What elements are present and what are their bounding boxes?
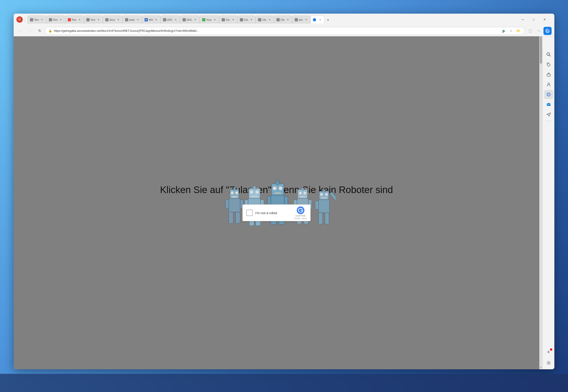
browser-tab[interactable]: DDC ×: [180, 15, 200, 24]
new-tab-button[interactable]: +: [325, 16, 332, 24]
tab-close-button[interactable]: ×: [59, 18, 63, 22]
svg-point-14: [250, 191, 253, 194]
svg-point-17: [253, 186, 256, 189]
copilot-button[interactable]: [543, 27, 552, 35]
sidebar-profile-button[interactable]: [544, 80, 553, 89]
main-area: Klicken Sie auf "Zulassen", wenn Sie kei…: [14, 36, 554, 369]
svg-point-36: [299, 192, 302, 195]
tab-close-button[interactable]: ×: [78, 18, 81, 22]
captcha-area: I'm not a robot reCAPTCHA Privacy -: [242, 204, 311, 221]
tab-label: Clic: [244, 18, 248, 21]
tab-favicon: [240, 18, 243, 21]
profile-avatar[interactable]: U: [16, 16, 23, 23]
terms-link[interactable]: Terms: [302, 217, 307, 219]
tab-favicon: [105, 18, 108, 21]
tab-favicon: [86, 18, 90, 21]
svg-rect-51: [329, 192, 336, 201]
tab-close-button[interactable]: ×: [136, 18, 140, 22]
browser-tab[interactable]: W WO ×: [142, 15, 161, 24]
tab-label: Secu: [109, 18, 115, 21]
lock-icon: 🔒: [48, 29, 52, 32]
browser-tab[interactable]: Tem ×: [84, 15, 103, 24]
forward-button[interactable]: →: [26, 27, 34, 35]
tab-close-button[interactable]: ×: [154, 18, 158, 22]
divider: [25, 17, 25, 22]
sidebar-outlook-button[interactable]: [544, 100, 553, 109]
sidebar-settings-button[interactable]: [544, 358, 553, 367]
tab-close-button[interactable]: ×: [318, 18, 322, 22]
recaptcha-logo-area: reCAPTCHA Privacy - Terms: [294, 206, 307, 219]
svg-rect-10: [229, 212, 233, 224]
read-aloud-button[interactable]: 🔊: [500, 28, 507, 34]
scroll-down-button[interactable]: ▼: [539, 366, 542, 369]
copilot-icon: [545, 29, 550, 33]
svg-rect-5: [232, 196, 237, 197]
recaptcha-widget[interactable]: I'm not a robot reCAPTCHA Privacy -: [242, 204, 311, 221]
briefcase-icon: [546, 72, 551, 77]
address-bar[interactable]: 🔒 https://getregatta.azurewebsites.net/9…: [45, 27, 525, 35]
privacy-link[interactable]: Privacy: [294, 217, 300, 219]
window-controls: — □ ✕: [518, 16, 550, 23]
svg-rect-53: [325, 213, 329, 224]
browser-tab[interactable]: Clic ×: [219, 15, 237, 24]
split-view-button[interactable]: ⬚: [526, 27, 534, 35]
browser-tab[interactable]: Tem ×: [46, 15, 65, 24]
sidebar-copilot-button[interactable]: [544, 90, 553, 99]
nav-actions: ⬚ ⋯: [526, 27, 552, 35]
tab-close-button[interactable]: ×: [231, 18, 235, 22]
maximize-button[interactable]: □: [528, 16, 539, 23]
svg-point-47: [325, 193, 328, 196]
sidebar-telegram-button[interactable]: [544, 110, 553, 119]
svg-point-3: [231, 192, 234, 194]
svg-rect-26: [274, 192, 281, 194]
browser-tab[interactable]: Clic ×: [255, 15, 274, 24]
recaptcha-checkbox[interactable]: [246, 210, 253, 216]
tab-label: dex: [299, 18, 303, 21]
tab-close-button[interactable]: ×: [304, 18, 308, 22]
svg-point-49: [323, 189, 325, 192]
browser-tab[interactable]: Clic ×: [237, 15, 255, 24]
browser-tab[interactable]: DDC ×: [161, 15, 180, 24]
back-button[interactable]: ←: [16, 27, 25, 35]
svg-rect-7: [234, 187, 235, 189]
tab-close-button[interactable]: ×: [213, 18, 217, 22]
scrollbar[interactable]: ▼: [539, 36, 542, 369]
minimize-button[interactable]: —: [518, 16, 528, 23]
svg-rect-13: [249, 188, 260, 198]
collections-button[interactable]: 📁: [515, 28, 521, 34]
browser-tab[interactable]: www ×: [122, 15, 142, 24]
refresh-button[interactable]: ↻: [35, 27, 44, 35]
favorites-button[interactable]: ☆: [508, 28, 514, 34]
sidebar-search-button[interactable]: [544, 50, 553, 59]
sidebar-shopping-button[interactable]: [544, 70, 553, 79]
tab-close-button[interactable]: ×: [286, 18, 290, 22]
svg-point-58: [548, 64, 548, 64]
tab-close-button[interactable]: ×: [268, 18, 271, 22]
tabs-bar: Tem × Tem × Tem × Tem ×: [28, 15, 516, 24]
tab-favicon: [68, 18, 71, 21]
close-button[interactable]: ✕: [539, 16, 550, 23]
browser-tab[interactable]: Tem ×: [65, 15, 84, 24]
tab-close-button[interactable]: ×: [40, 18, 44, 22]
more-options-button[interactable]: ⋯: [535, 27, 543, 35]
tab-favicon: [202, 18, 205, 21]
sidebar-collections-button[interactable]: [544, 60, 553, 69]
tab-close-button[interactable]: ×: [249, 18, 253, 22]
browser-tab[interactable]: Tem ×: [28, 15, 46, 24]
browser-tab[interactable]: dex ×: [292, 15, 310, 24]
browser-tab[interactable]: Secu ×: [103, 15, 122, 24]
tab-close-button[interactable]: ×: [174, 18, 178, 22]
browser-tab-active[interactable]: ×: [310, 15, 325, 24]
tab-label: Tem: [72, 18, 77, 21]
browser-tab[interactable]: Yous ×: [200, 15, 219, 24]
tab-favicon: [125, 18, 128, 21]
svg-rect-38: [300, 196, 305, 197]
svg-point-39: [301, 188, 304, 190]
tab-close-button[interactable]: ×: [116, 18, 120, 22]
browser-tab[interactable]: Clic ×: [274, 15, 292, 24]
tab-close-button[interactable]: ×: [194, 18, 197, 22]
scrollbar-thumb[interactable]: [540, 36, 542, 64]
tab-close-button[interactable]: ×: [97, 18, 100, 22]
tab-label: www: [129, 18, 135, 21]
tab-favicon: [183, 18, 186, 21]
